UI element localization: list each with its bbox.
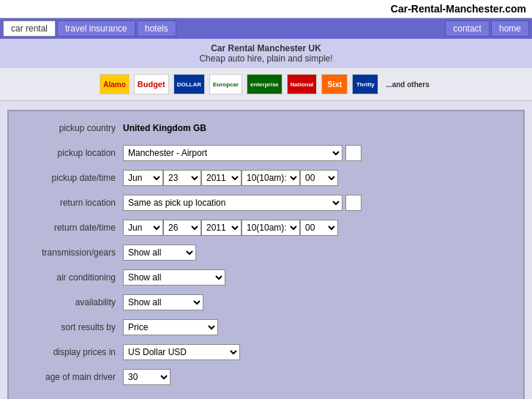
nav-home[interactable]: home	[491, 20, 529, 37]
transmission-select[interactable]: Show all	[123, 245, 196, 261]
transmission-label: transmission/gears	[20, 247, 123, 258]
site-title: Car-Rental-Manchester.com	[391, 3, 526, 15]
aircon-select[interactable]: Show all	[123, 269, 225, 286]
sort-label: sort results by	[20, 322, 123, 332]
pickup-country-label: pickup country	[20, 123, 123, 133]
return-location-info-button[interactable]	[345, 195, 361, 211]
currency-row: display prices in US Dollar USD	[20, 343, 512, 362]
return-location-select[interactable]: Same as pick up location	[123, 195, 342, 211]
currency-select[interactable]: US Dollar USD	[123, 344, 240, 360]
pickup-hour-select[interactable]: 10(10am):	[241, 170, 300, 186]
sort-row: sort results by Price	[20, 318, 512, 337]
nav-hotels[interactable]: hotels	[137, 20, 176, 37]
logo-budget: Budget	[134, 74, 169, 94]
return-year-select[interactable]: 2011	[201, 220, 241, 236]
aircon-label: air conditioning	[20, 272, 123, 283]
nav-travel-insurance[interactable]: travel insurance	[57, 20, 135, 37]
return-hour-select[interactable]: 10(10am):	[241, 220, 300, 236]
age-label: age of main driver	[20, 372, 123, 382]
age-select[interactable]: 30	[123, 369, 171, 385]
pickup-location-row: pickup location Manchester - Airport	[20, 143, 512, 163]
pickup-country-row: pickup country United Kingdom GB	[20, 119, 512, 138]
availability-row: availability Show all	[20, 293, 512, 312]
nav-bar: car rental travel insurance hotels conta…	[0, 18, 532, 39]
pickup-datetime-row: pickup date/time Jun 23 2011 10(10am): 0…	[20, 168, 512, 187]
pickup-location-label: pickup location	[20, 148, 123, 158]
pickup-day-select[interactable]: 23	[163, 170, 201, 186]
pickup-min-select[interactable]: 00	[300, 170, 338, 186]
pickup-country-value: United Kingdom GB	[123, 123, 206, 133]
return-datetime-label: return date/time	[20, 223, 123, 233]
return-location-label: return location	[20, 198, 123, 208]
logo-sixt: Sixt	[321, 74, 348, 94]
pickup-year-select[interactable]: 2011	[201, 170, 241, 186]
logo-others: ...and others	[383, 74, 432, 94]
nav-right: contact home	[445, 20, 529, 37]
return-month-select[interactable]: Jun	[123, 220, 163, 236]
transmission-row: transmission/gears Show all	[20, 243, 512, 262]
currency-label: display prices in	[20, 347, 123, 357]
tagline-line2: Cheap auto hire, plain and simple!	[0, 53, 532, 64]
return-location-row: return location Same as pick up location	[20, 193, 512, 212]
form-container: pickup country United Kingdom GB pickup …	[7, 110, 525, 399]
logos-bar: Alamo Budget DOLLAR Europcar enterprise …	[0, 68, 532, 101]
logo-national: National	[287, 74, 318, 94]
tagline-bar: Car Rental Manchester UK Cheap auto hire…	[0, 39, 532, 68]
tagline-line1: Car Rental Manchester UK	[0, 43, 532, 53]
nav-car-rental[interactable]: car rental	[3, 20, 56, 37]
logo-thrifty: Thrifty	[352, 74, 378, 94]
age-row: age of main driver 30	[20, 368, 512, 387]
logo-dollar: DOLLAR	[173, 74, 205, 94]
return-day-select[interactable]: 26	[163, 220, 201, 236]
main-area: pickup country United Kingdom GB pickup …	[0, 101, 532, 399]
nav-left: car rental travel insurance hotels	[3, 20, 176, 37]
site-header: Car-Rental-Manchester.com	[0, 0, 532, 18]
nav-contact[interactable]: contact	[445, 20, 490, 37]
sort-select[interactable]: Price	[123, 319, 218, 335]
availability-select[interactable]: Show all	[123, 294, 203, 310]
logo-alamo: Alamo	[100, 74, 130, 94]
pickup-datetime-label: pickup date/time	[20, 173, 123, 183]
pickup-location-info-button[interactable]	[345, 145, 361, 161]
availability-label: availability	[20, 297, 123, 307]
return-min-select[interactable]: 00	[300, 220, 338, 236]
aircon-row: air conditioning Show all	[20, 268, 512, 287]
pickup-location-select[interactable]: Manchester - Airport	[123, 145, 342, 161]
pickup-month-select[interactable]: Jun	[123, 170, 163, 186]
logo-enterprise: enterprise	[247, 74, 282, 94]
return-datetime-row: return date/time Jun 26 2011 10(10am): 0…	[20, 218, 512, 237]
logo-europcar: Europcar	[209, 74, 242, 94]
